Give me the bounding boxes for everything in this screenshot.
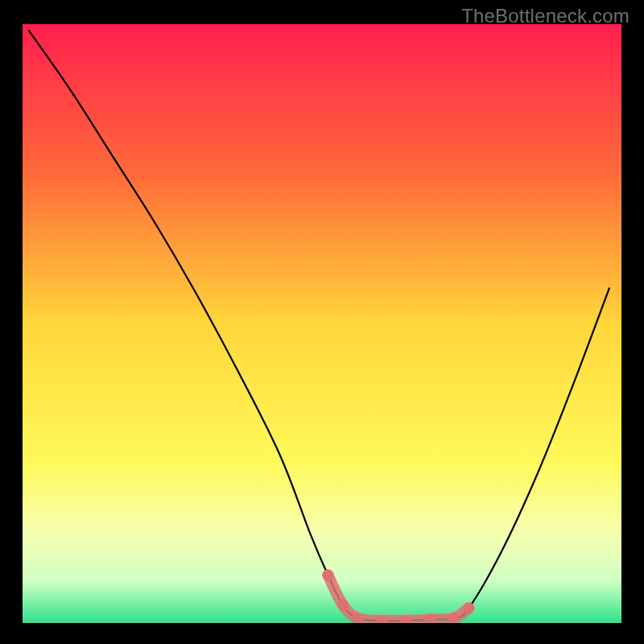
- highlight-dot: [322, 569, 333, 580]
- highlight-dot: [463, 602, 474, 613]
- watermark-text: TheBottleneck.com: [461, 5, 630, 27]
- chart-svg: [23, 24, 621, 623]
- highlight-dot: [337, 600, 349, 611]
- chart-container: TheBottleneck.com: [0, 0, 644, 644]
- plot-area: [23, 24, 621, 623]
- gradient-background: [23, 24, 621, 623]
